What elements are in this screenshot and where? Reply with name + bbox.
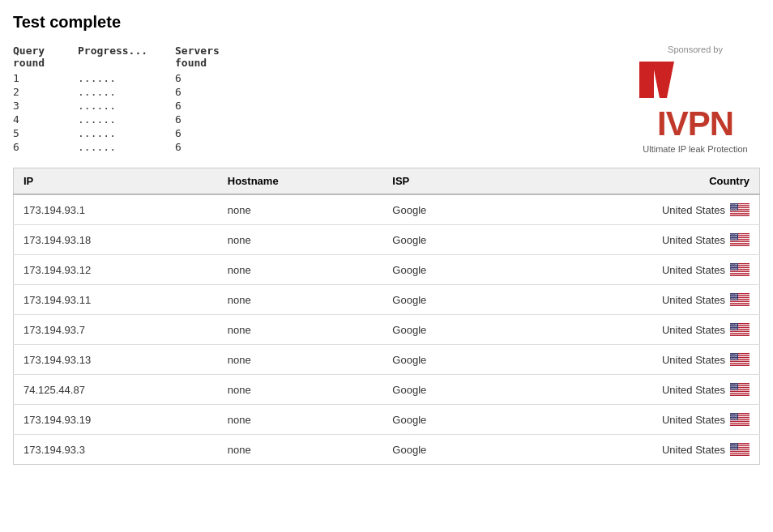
country-name: United States (662, 354, 725, 366)
us-flag-icon: ★★★★★★ ★★★★ ★★★★★ ★★★★ ★★★★★ (730, 353, 750, 366)
svg-rect-85 (730, 270, 750, 271)
svg-rect-14 (730, 215, 750, 216)
cell-hostname: none (218, 225, 383, 255)
svg-rect-238 (730, 391, 750, 392)
header-country: Country (508, 168, 760, 195)
results-table: IP Hostname ISP Country 173.194.93.1none… (13, 168, 760, 465)
svg-rect-47 (730, 240, 750, 241)
cell-country: United States ★★★★★★ ★★★★ ★★★★★ ★★★★ ★★★… (508, 194, 760, 225)
svg-rect-237 (730, 390, 750, 391)
svg-rect-241 (730, 394, 750, 395)
svg-rect-52 (730, 245, 750, 246)
svg-rect-163 (730, 332, 750, 333)
svg-rect-200 (730, 361, 750, 362)
svg-rect-126 (730, 303, 750, 304)
cell-ip: 173.194.93.3 (14, 435, 218, 465)
cell-hostname: none (218, 435, 383, 465)
svg-rect-0 (639, 62, 654, 98)
progress-1: ...... (78, 72, 175, 84)
query-row-4: 4 ...... 6 (13, 113, 256, 126)
cell-hostname: none (218, 285, 383, 315)
svg-rect-161 (730, 330, 750, 331)
svg-rect-51 (730, 245, 750, 245)
cell-country: United States ★★★★★★ ★★★★ ★★★★★ ★★★★ ★★★… (508, 405, 760, 435)
svg-rect-316 (730, 453, 750, 453)
cell-ip: 74.125.44.87 (14, 375, 218, 405)
cell-hostname: none (218, 405, 383, 435)
cell-isp: Google (382, 225, 508, 255)
query-row-6: 6 ...... 6 (13, 141, 256, 153)
progress-6: ...... (78, 141, 175, 153)
cell-ip: 173.194.93.1 (14, 194, 218, 225)
table-row: 173.194.93.1noneGoogleUnited States ★★★★… (14, 194, 760, 225)
cell-ip: 173.194.93.12 (14, 255, 218, 285)
svg-rect-127 (730, 304, 750, 305)
svg-rect-49 (730, 242, 750, 243)
sponsor-tagline: Ultimate IP leak Protection (630, 144, 760, 154)
svg-rect-314 (730, 451, 750, 452)
results-table-header: IP Hostname ISP Country (14, 168, 760, 195)
svg-rect-318 (730, 455, 750, 456)
country-name: United States (662, 324, 725, 336)
svg-rect-11 (730, 212, 750, 213)
svg-rect-125 (730, 302, 750, 303)
cell-isp: Google (382, 255, 508, 285)
servers-2: 6 (175, 86, 256, 98)
table-row: 173.194.93.3noneGoogleUnited States ★★★★… (14, 435, 760, 465)
cell-ip: 173.194.93.11 (14, 285, 218, 315)
svg-rect-203 (730, 364, 750, 365)
cell-country: United States ★★★★★★ ★★★★ ★★★★★ ★★★★ ★★★… (508, 285, 760, 315)
country-name: United States (662, 204, 725, 216)
progress-4: ...... (78, 113, 175, 126)
round-1: 1 (13, 72, 78, 84)
servers-5: 6 (175, 127, 256, 139)
svg-rect-199 (730, 360, 750, 361)
round-5: 5 (13, 127, 78, 139)
svg-rect-276 (730, 421, 750, 422)
svg-rect-240 (730, 393, 750, 394)
servers-3: 6 (175, 100, 256, 112)
progress-3: ...... (78, 100, 175, 112)
servers-4: 6 (175, 113, 256, 126)
svg-rect-12 (730, 213, 750, 214)
svg-rect-86 (730, 271, 750, 272)
us-flag-icon: ★★★★★★ ★★★★ ★★★★★ ★★★★ ★★★★★ (730, 323, 750, 336)
cell-isp: Google (382, 435, 508, 465)
country-name: United States (662, 264, 725, 276)
cell-hostname: none (218, 345, 383, 375)
us-flag-icon: ★★★★★★ ★★★★ ★★★★★ ★★★★ ★★★★★ (730, 383, 750, 396)
svg-rect-313 (730, 450, 750, 451)
table-row: 173.194.93.7noneGoogleUnited States ★★★★… (14, 315, 760, 345)
svg-rect-204 (730, 365, 750, 366)
svg-rect-279 (730, 424, 750, 425)
query-row-1: 1 ...... 6 (13, 72, 256, 84)
query-row-5: 5 ...... 6 (13, 127, 256, 139)
svg-rect-50 (730, 243, 750, 244)
svg-rect-123 (730, 300, 750, 301)
header-hostname: Hostname (218, 168, 383, 195)
cell-isp: Google (382, 194, 508, 225)
country-name: United States (662, 384, 725, 396)
progress-2: ...... (78, 86, 175, 98)
round-3: 3 (13, 100, 78, 112)
svg-rect-9 (730, 211, 750, 211)
svg-rect-202 (730, 363, 750, 364)
progress-5: ...... (78, 127, 175, 139)
cell-isp: Google (382, 375, 508, 405)
cell-isp: Google (382, 285, 508, 315)
round-4: 4 (13, 113, 78, 126)
svg-rect-124 (730, 301, 750, 302)
round-2: 2 (13, 86, 78, 98)
sponsor-box: Sponsored by IVPN Ultimate IP leak Prote… (630, 45, 760, 154)
svg-rect-165 (730, 334, 750, 335)
query-table: Query round Progress... Servers found 1 … (13, 45, 256, 155)
svg-rect-239 (730, 392, 750, 393)
sponsor-label: Sponsored by (630, 45, 760, 54)
header-isp: ISP (382, 168, 508, 195)
country-name: United States (662, 414, 725, 426)
cell-isp: Google (382, 345, 508, 375)
us-flag-icon: ★★★★★★ ★★★★ ★★★★★ ★★★★ ★★★★★ (730, 263, 750, 276)
cell-country: United States ★★★★★★ ★★★★ ★★★★★ ★★★★ ★★★… (508, 255, 760, 285)
cell-isp: Google (382, 315, 508, 345)
query-table-header: Query round Progress... Servers found (13, 45, 256, 69)
